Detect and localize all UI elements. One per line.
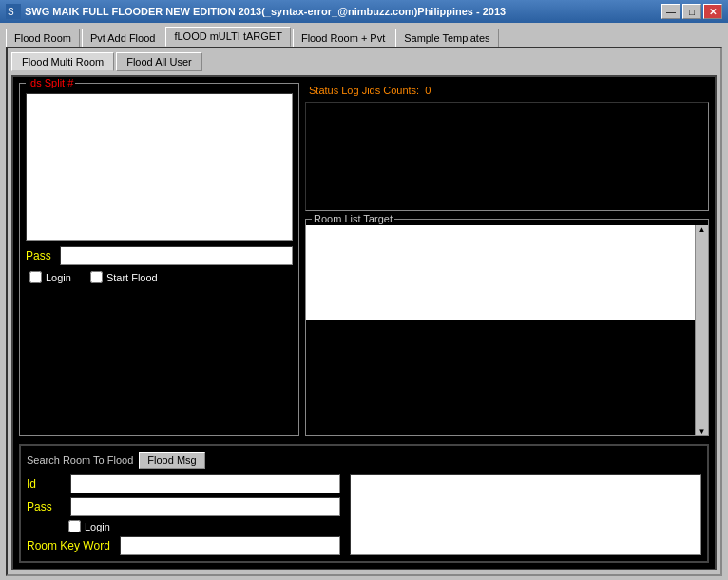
scrollbar[interactable]: ▲ ▼: [695, 225, 708, 435]
main-window: Flood Room Pvt Add Flood fLOOD mULTI tAR…: [0, 23, 728, 580]
tab-flood-room-pvt[interactable]: Flood Room + Pvt: [293, 29, 393, 47]
login-label: Login: [46, 272, 71, 283]
scroll-down-arrow[interactable]: ▼: [699, 427, 706, 435]
svg-text:S: S: [8, 7, 14, 17]
tab-sample-templates[interactable]: Sample Templates: [395, 29, 498, 47]
sub-tab-flood-multi-room[interactable]: Flood Multi Room: [11, 52, 114, 71]
top-section: Ids Split # Pass Login Start Flood: [19, 83, 709, 436]
id-input[interactable]: [70, 474, 340, 493]
search-pass-label: Pass: [27, 500, 65, 513]
pass-field-row: Pass: [27, 497, 340, 516]
search-fields-row: Id Pass Login: [27, 474, 701, 555]
room-list-legend: Room List Target: [312, 213, 394, 224]
room-keyword-label: Room Key Word: [27, 539, 110, 552]
right-section: Status Log Jids Counts: 0 Room List Targ…: [305, 83, 709, 436]
search-room-label: Search Room To Flood: [27, 454, 133, 466]
flood-msg-button[interactable]: Flood Msg: [139, 452, 204, 469]
close-button[interactable]: ✕: [703, 4, 722, 19]
id-label: Id: [27, 477, 65, 491]
window-controls: — □ ✕: [661, 4, 722, 19]
checkbox-row: Login Start Flood: [26, 271, 293, 283]
start-flood-checkbox-label[interactable]: Start Flood: [90, 271, 158, 283]
search-login-checkbox[interactable]: [68, 520, 81, 532]
status-log-count: 0: [425, 85, 431, 96]
tab-flood-multi-target[interactable]: fLOOD mULTI tARGET: [165, 27, 290, 47]
sub-tab-bar: Flood Multi Room Flood All User: [11, 52, 717, 71]
ids-pass-input[interactable]: [60, 246, 293, 265]
pass-label: Pass: [26, 249, 54, 262]
id-field-row: Id: [27, 474, 340, 493]
content-area: Flood Multi Room Flood All User Ids Spli…: [6, 47, 722, 576]
tab-pvt-add-flood[interactable]: Pvt Add Flood: [82, 29, 164, 47]
main-tab-bar: Flood Room Pvt Add Flood fLOOD mULTI tAR…: [0, 23, 728, 47]
app-icon: S: [6, 4, 21, 19]
status-log-area[interactable]: [305, 102, 709, 211]
bottom-search-section: Search Room To Flood Flood Msg Id Pass: [19, 444, 709, 563]
start-flood-checkbox[interactable]: [90, 271, 103, 283]
pass-row: Pass: [26, 246, 293, 265]
search-right-area: [350, 474, 701, 555]
search-row: Search Room To Flood Flood Msg: [27, 452, 701, 469]
login-checkbox[interactable]: [29, 271, 42, 283]
minimize-button[interactable]: —: [661, 4, 680, 19]
tab-flood-room[interactable]: Flood Room: [6, 29, 80, 47]
search-login-label: Login: [85, 521, 110, 532]
room-keyword-input[interactable]: [120, 536, 340, 555]
scroll-up-arrow[interactable]: ▲: [699, 225, 706, 234]
search-left-fields: Id Pass Login: [27, 474, 340, 555]
search-pass-input[interactable]: [70, 497, 340, 516]
title-bar: S SWG MAIK FULL FLOODER NEW EDITION 2013…: [0, 0, 728, 23]
ids-split-group: Ids Split # Pass Login Start Flood: [19, 83, 299, 436]
start-flood-label: Start Flood: [106, 272, 158, 283]
room-keyword-row: Room Key Word: [27, 536, 340, 555]
room-list-inner: ▲ ▼: [306, 225, 708, 435]
sub-tab-flood-all-user[interactable]: Flood All User: [116, 52, 201, 71]
ids-textarea[interactable]: [26, 93, 293, 241]
login-checkbox-label[interactable]: Login: [29, 271, 71, 283]
ids-legend: Ids Split #: [26, 77, 75, 88]
maximize-button[interactable]: □: [682, 4, 701, 19]
status-log-label: Status Log Jids Counts:: [309, 85, 419, 96]
search-login-checkbox-label[interactable]: Login: [68, 520, 110, 532]
room-list-group: Room List Target ▲ ▼: [305, 219, 709, 436]
title-bar-text: SWG MAIK FULL FLOODER NEW EDITION 2013(_…: [25, 6, 661, 17]
status-bar-row: Status Log Jids Counts: 0: [305, 83, 709, 98]
main-panel: Ids Split # Pass Login Start Flood: [11, 75, 717, 570]
search-login-row: Login: [27, 520, 340, 532]
room-list-textarea[interactable]: [306, 225, 695, 320]
